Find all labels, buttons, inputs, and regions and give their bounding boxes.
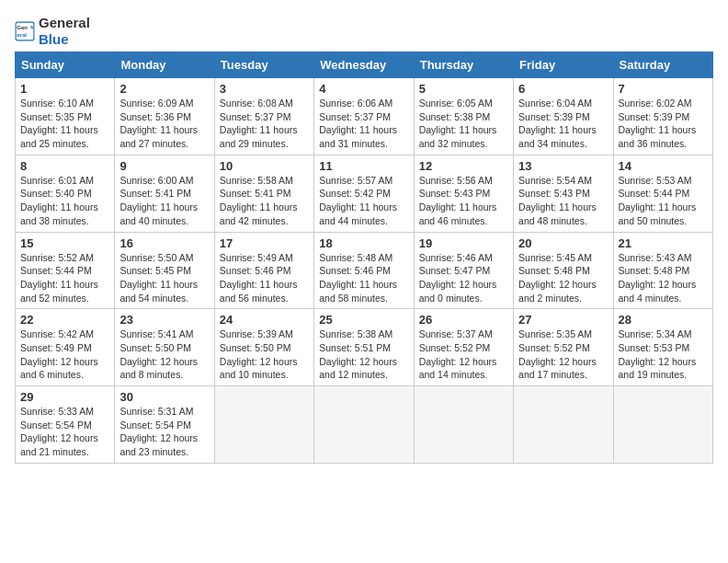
calendar-cell: 8Sunrise: 6:01 AM Sunset: 5:40 PM Daylig…	[16, 155, 115, 232]
day-info: Sunrise: 5:48 AM Sunset: 5:46 PM Dayligh…	[319, 252, 397, 304]
day-info: Sunrise: 5:45 AM Sunset: 5:48 PM Dayligh…	[518, 252, 597, 304]
calendar-cell	[514, 386, 613, 464]
day-info: Sunrise: 6:10 AM Sunset: 5:35 PM Dayligh…	[20, 98, 98, 149]
day-number: 8	[20, 159, 109, 173]
day-info: Sunrise: 5:31 AM Sunset: 5:54 PM Dayligh…	[119, 406, 198, 457]
day-number: 1	[20, 82, 109, 96]
calendar-header-friday: Friday	[514, 52, 613, 78]
calendar-header-thursday: Thursday	[414, 52, 513, 78]
day-number: 19	[419, 236, 508, 250]
day-number: 28	[619, 313, 708, 327]
calendar-cell: 15Sunrise: 5:52 AM Sunset: 5:44 PM Dayli…	[16, 232, 115, 309]
day-info: Sunrise: 6:02 AM Sunset: 5:39 PM Dayligh…	[619, 98, 697, 149]
day-info: Sunrise: 6:08 AM Sunset: 5:37 PM Dayligh…	[220, 98, 298, 149]
calendar-cell: 27Sunrise: 5:35 AM Sunset: 5:52 PM Dayli…	[514, 309, 613, 386]
calendar-cell: 28Sunrise: 5:34 AM Sunset: 5:53 PM Dayli…	[613, 309, 712, 386]
calendar-cell: 20Sunrise: 5:45 AM Sunset: 5:48 PM Dayli…	[514, 232, 613, 309]
day-number: 13	[518, 159, 608, 173]
day-number: 30	[119, 390, 209, 404]
calendar-week-1: 1Sunrise: 6:10 AM Sunset: 5:35 PM Daylig…	[16, 78, 713, 155]
calendar-cell: 29Sunrise: 5:33 AM Sunset: 5:54 PM Dayli…	[16, 386, 115, 464]
calendar-cell	[314, 386, 414, 464]
day-info: Sunrise: 5:33 AM Sunset: 5:54 PM Dayligh…	[20, 406, 98, 457]
calendar-cell: 1Sunrise: 6:10 AM Sunset: 5:35 PM Daylig…	[16, 78, 115, 155]
calendar-cell: 6Sunrise: 6:04 AM Sunset: 5:39 PM Daylig…	[514, 78, 613, 155]
calendar-body: 1Sunrise: 6:10 AM Sunset: 5:35 PM Daylig…	[16, 78, 713, 464]
day-number: 27	[518, 313, 608, 327]
day-info: Sunrise: 6:00 AM Sunset: 5:41 PM Dayligh…	[119, 175, 198, 226]
day-info: Sunrise: 5:39 AM Sunset: 5:50 PM Dayligh…	[220, 328, 298, 380]
calendar-cell: 7Sunrise: 6:02 AM Sunset: 5:39 PM Daylig…	[613, 78, 712, 155]
calendar-cell	[214, 386, 313, 464]
calendar-cell: 11Sunrise: 5:57 AM Sunset: 5:42 PM Dayli…	[314, 155, 414, 232]
day-number: 10	[220, 159, 309, 173]
day-number: 29	[20, 390, 109, 404]
svg-text:Gen: Gen	[17, 25, 28, 30]
calendar-cell: 2Sunrise: 6:09 AM Sunset: 5:36 PM Daylig…	[115, 78, 214, 155]
day-info: Sunrise: 5:57 AM Sunset: 5:42 PM Dayligh…	[319, 175, 397, 226]
day-number: 24	[220, 313, 309, 327]
calendar-cell: 12Sunrise: 5:56 AM Sunset: 5:43 PM Dayli…	[414, 155, 513, 232]
day-number: 11	[319, 159, 408, 173]
calendar-cell: 4Sunrise: 6:06 AM Sunset: 5:37 PM Daylig…	[314, 78, 414, 155]
calendar-cell: 13Sunrise: 5:54 AM Sunset: 5:43 PM Dayli…	[514, 155, 613, 232]
calendar-cell: 19Sunrise: 5:46 AM Sunset: 5:47 PM Dayli…	[414, 232, 513, 309]
day-info: Sunrise: 5:38 AM Sunset: 5:51 PM Dayligh…	[319, 328, 397, 380]
day-info: Sunrise: 5:56 AM Sunset: 5:43 PM Dayligh…	[419, 175, 497, 226]
day-number: 6	[518, 82, 608, 96]
calendar-cell: 10Sunrise: 5:58 AM Sunset: 5:41 PM Dayli…	[214, 155, 313, 232]
day-info: Sunrise: 6:05 AM Sunset: 5:38 PM Dayligh…	[419, 98, 497, 149]
day-number: 17	[220, 236, 309, 250]
calendar-cell	[414, 386, 513, 464]
logo: Gen eral General Blue	[15, 15, 90, 48]
calendar-cell: 23Sunrise: 5:41 AM Sunset: 5:50 PM Dayli…	[115, 309, 214, 386]
calendar-cell: 14Sunrise: 5:53 AM Sunset: 5:44 PM Dayli…	[613, 155, 712, 232]
calendar-cell: 21Sunrise: 5:43 AM Sunset: 5:48 PM Dayli…	[613, 232, 712, 309]
header: Gen eral General Blue	[15, 15, 713, 48]
logo-blue: Blue	[39, 31, 69, 47]
calendar-week-5: 29Sunrise: 5:33 AM Sunset: 5:54 PM Dayli…	[16, 386, 713, 464]
calendar-week-3: 15Sunrise: 5:52 AM Sunset: 5:44 PM Dayli…	[16, 232, 713, 309]
day-number: 5	[419, 82, 508, 96]
day-number: 15	[20, 236, 109, 250]
calendar-cell: 25Sunrise: 5:38 AM Sunset: 5:51 PM Dayli…	[314, 309, 414, 386]
day-info: Sunrise: 5:41 AM Sunset: 5:50 PM Dayligh…	[119, 328, 198, 380]
day-info: Sunrise: 5:43 AM Sunset: 5:48 PM Dayligh…	[619, 252, 697, 304]
logo-wordmark: General Blue	[39, 15, 90, 48]
day-number: 14	[619, 159, 708, 173]
day-number: 22	[20, 313, 109, 327]
day-info: Sunrise: 5:58 AM Sunset: 5:41 PM Dayligh…	[220, 175, 298, 226]
calendar-header-monday: Monday	[115, 52, 214, 78]
day-number: 20	[518, 236, 608, 250]
calendar-cell: 24Sunrise: 5:39 AM Sunset: 5:50 PM Dayli…	[214, 309, 313, 386]
day-number: 4	[319, 82, 408, 96]
calendar-cell: 30Sunrise: 5:31 AM Sunset: 5:54 PM Dayli…	[115, 386, 214, 464]
day-info: Sunrise: 5:53 AM Sunset: 5:44 PM Dayligh…	[619, 175, 697, 226]
calendar-cell: 26Sunrise: 5:37 AM Sunset: 5:52 PM Dayli…	[414, 309, 513, 386]
day-info: Sunrise: 6:01 AM Sunset: 5:40 PM Dayligh…	[20, 175, 98, 226]
day-number: 23	[119, 313, 209, 327]
calendar-header-sunday: Sunday	[16, 52, 115, 78]
day-info: Sunrise: 5:35 AM Sunset: 5:52 PM Dayligh…	[518, 328, 597, 380]
day-info: Sunrise: 5:50 AM Sunset: 5:45 PM Dayligh…	[119, 252, 198, 304]
day-number: 26	[419, 313, 508, 327]
day-number: 2	[119, 82, 209, 96]
day-number: 12	[419, 159, 508, 173]
calendar-cell: 17Sunrise: 5:49 AM Sunset: 5:46 PM Dayli…	[214, 232, 313, 309]
day-info: Sunrise: 5:37 AM Sunset: 5:52 PM Dayligh…	[419, 328, 497, 380]
day-info: Sunrise: 5:52 AM Sunset: 5:44 PM Dayligh…	[20, 252, 98, 304]
day-info: Sunrise: 5:42 AM Sunset: 5:49 PM Dayligh…	[20, 328, 98, 380]
day-number: 3	[220, 82, 309, 96]
calendar-table: SundayMondayTuesdayWednesdayThursdayFrid…	[15, 52, 713, 464]
day-number: 18	[319, 236, 408, 250]
day-info: Sunrise: 6:04 AM Sunset: 5:39 PM Dayligh…	[518, 98, 597, 149]
calendar-cell: 3Sunrise: 6:08 AM Sunset: 5:37 PM Daylig…	[214, 78, 313, 155]
calendar-header-wednesday: Wednesday	[314, 52, 414, 78]
day-number: 9	[119, 159, 209, 173]
calendar-cell: 5Sunrise: 6:05 AM Sunset: 5:38 PM Daylig…	[414, 78, 513, 155]
day-info: Sunrise: 6:09 AM Sunset: 5:36 PM Dayligh…	[119, 98, 198, 149]
day-info: Sunrise: 5:54 AM Sunset: 5:43 PM Dayligh…	[518, 175, 597, 226]
day-info: Sunrise: 5:49 AM Sunset: 5:46 PM Dayligh…	[220, 252, 298, 304]
calendar-cell	[613, 386, 712, 464]
calendar-week-4: 22Sunrise: 5:42 AM Sunset: 5:49 PM Dayli…	[16, 309, 713, 386]
